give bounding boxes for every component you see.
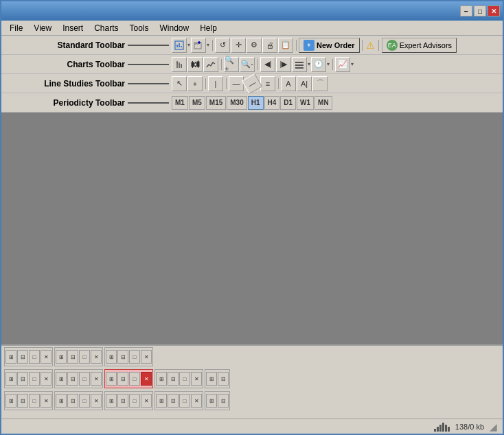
tab-btn-34-close[interactable]: ✕	[191, 394, 202, 408]
zoom-out-btn[interactable]: 🔍-	[240, 57, 255, 72]
candle-chart-btn[interactable]	[187, 57, 203, 72]
new-order-button[interactable]: + New Order	[299, 38, 360, 53]
tab-btn-23-1[interactable]: ⊞	[106, 372, 117, 386]
tab-btn-11-2[interactable]: ⊟	[17, 350, 28, 364]
tab-btn-13-close[interactable]: ✕	[141, 350, 152, 364]
close-button[interactable]: ✕	[488, 5, 500, 16]
period-h1[interactable]: H1	[248, 96, 264, 110]
tab-btn-24-3[interactable]: □	[179, 372, 190, 386]
properties-btn[interactable]: ⚙	[247, 38, 262, 53]
chart-settings-dropdown[interactable]: ▾	[308, 61, 310, 67]
period-m15[interactable]: M15	[206, 96, 226, 110]
tab-btn-22-1[interactable]: ⊞	[56, 372, 67, 386]
tab-btn-32-close[interactable]: ✕	[91, 394, 102, 408]
tab-btn-23-close[interactable]: ✕	[141, 372, 152, 386]
crosshair-tool[interactable]: +	[187, 76, 203, 91]
fib-tool[interactable]: ⌒	[312, 76, 328, 91]
alert-icon[interactable]: ⚠	[365, 40, 376, 51]
tab-btn-21-close[interactable]: ✕	[41, 372, 51, 386]
chart-tab-2-2[interactable]: ⊞ ⊟ □ ✕	[54, 369, 103, 388]
scroll-right-btn[interactable]: |▶	[276, 57, 291, 72]
chart-tab-3-3[interactable]: ⊞ ⊟ □ ✕	[104, 391, 153, 410]
chart-tab-1-3[interactable]: ⊞ ⊟ □ ✕	[104, 347, 153, 366]
tab-btn-21-1[interactable]: ⊞	[5, 372, 16, 386]
tab-btn-12-2[interactable]: ⊟	[67, 350, 78, 364]
tab-btn-31-2[interactable]: ⊟	[17, 394, 28, 408]
tab-btn-23-2[interactable]: ⊟	[117, 372, 128, 386]
vertical-line-tool[interactable]: |	[208, 76, 223, 91]
text-tool[interactable]: A	[281, 76, 296, 91]
tab-btn-34-2[interactable]: ⊟	[168, 394, 179, 408]
menu-insert[interactable]: Insert	[57, 22, 89, 34]
chart-tab-3-5[interactable]: ⊞ ⊟	[205, 391, 230, 410]
tab-btn-31-3[interactable]: □	[29, 394, 40, 408]
tab-btn-25-2[interactable]: ⊟	[218, 372, 229, 386]
tab-btn-21-2[interactable]: ⊟	[17, 372, 28, 386]
tab-btn-22-2[interactable]: ⊟	[67, 372, 78, 386]
indicator-btn[interactable]: 📈	[335, 57, 350, 72]
bar-chart-btn[interactable]	[172, 57, 187, 72]
tab-btn-12-3[interactable]: □	[79, 350, 90, 364]
chart-tab-2-4[interactable]: ⊞ ⊟ □ ✕	[154, 369, 203, 388]
new-chart-btn[interactable]	[172, 38, 187, 53]
channel-tool[interactable]: ≡	[260, 76, 275, 91]
chart-tab-1-1[interactable]: ⊞ ⊟ □ ✕	[4, 347, 53, 366]
chart-tab-2-1[interactable]: ⊞ ⊟ □ ✕	[4, 369, 53, 388]
text-tool2[interactable]: A|	[297, 76, 312, 91]
tab-btn-24-2[interactable]: ⊟	[168, 372, 179, 386]
menu-window[interactable]: Window	[154, 22, 195, 34]
chart-settings-btn[interactable]	[292, 57, 307, 72]
horizontal-line-tool[interactable]: —	[229, 76, 244, 91]
open-chart-dropdown[interactable]: ▾	[207, 42, 209, 48]
tab-btn-11-1[interactable]: ⊞	[5, 350, 16, 364]
tab-btn-35-2[interactable]: ⊟	[218, 394, 229, 408]
line-chart-btn[interactable]	[203, 57, 218, 72]
tab-btn-13-3[interactable]: □	[129, 350, 140, 364]
scroll-left-btn[interactable]: ◀|	[260, 57, 275, 72]
menu-view[interactable]: View	[28, 22, 57, 34]
tab-btn-33-close[interactable]: ✕	[141, 394, 152, 408]
open-chart-btn[interactable]	[191, 38, 206, 53]
tab-btn-24-1[interactable]: ⊞	[156, 372, 167, 386]
period-m30[interactable]: M30	[227, 96, 247, 110]
chart-tab-2-5[interactable]: ⊞ ⊟	[205, 369, 230, 388]
tab-btn-32-1[interactable]: ⊞	[56, 394, 67, 408]
period-d1[interactable]: D1	[280, 96, 296, 110]
tab-btn-21-3[interactable]: □	[29, 372, 40, 386]
chart-tab-3-4[interactable]: ⊞ ⊟ □ ✕	[154, 391, 203, 410]
refresh-btn[interactable]: ↺	[215, 38, 230, 53]
tab-btn-32-2[interactable]: ⊟	[67, 394, 78, 408]
menu-help[interactable]: Help	[194, 22, 222, 34]
clock-btn[interactable]: 🕐	[311, 57, 326, 72]
trendline-tool[interactable]: —	[242, 73, 262, 93]
tab-btn-22-3[interactable]: □	[79, 372, 90, 386]
zoom-in-btn[interactable]: 🔍+	[224, 57, 239, 72]
resize-grip[interactable]: ◢	[490, 421, 497, 432]
maximize-button[interactable]: □	[474, 5, 486, 16]
clock-dropdown[interactable]: ▾	[327, 61, 330, 67]
tab-btn-33-3[interactable]: □	[129, 394, 140, 408]
tab-btn-34-3[interactable]: □	[179, 394, 190, 408]
cursor-tool[interactable]: ↖	[172, 76, 187, 91]
tab-btn-13-1[interactable]: ⊞	[106, 350, 117, 364]
tab-btn-11-close[interactable]: ✕	[41, 350, 51, 364]
chart-tab-1-2[interactable]: ⊞ ⊟ □ ✕	[54, 347, 103, 366]
menu-tools[interactable]: Tools	[124, 22, 154, 34]
menu-charts[interactable]: Charts	[89, 22, 124, 34]
tab-btn-34-1[interactable]: ⊞	[156, 394, 167, 408]
chart-tab-2-3[interactable]: ⊞ ⊟ □ ✕	[104, 369, 153, 388]
tab-btn-24-close[interactable]: ✕	[191, 372, 202, 386]
expert-advisors-button[interactable]: EA Expert Advisors	[382, 38, 457, 53]
tab-btn-12-close[interactable]: ✕	[91, 350, 102, 364]
tab-btn-32-3[interactable]: □	[79, 394, 90, 408]
crosshair-btn[interactable]: ✛	[231, 38, 246, 53]
new-chart-dropdown[interactable]: ▾	[187, 42, 190, 48]
tab-btn-35-1[interactable]: ⊞	[206, 394, 217, 408]
menu-file[interactable]: File	[4, 22, 28, 34]
indicator-dropdown[interactable]: ▾	[351, 61, 354, 67]
period-w1[interactable]: W1	[297, 96, 314, 110]
tab-btn-33-2[interactable]: ⊟	[117, 394, 128, 408]
tab-btn-33-1[interactable]: ⊞	[106, 394, 117, 408]
period-mn[interactable]: MN	[314, 96, 332, 110]
tab-btn-13-2[interactable]: ⊟	[117, 350, 128, 364]
